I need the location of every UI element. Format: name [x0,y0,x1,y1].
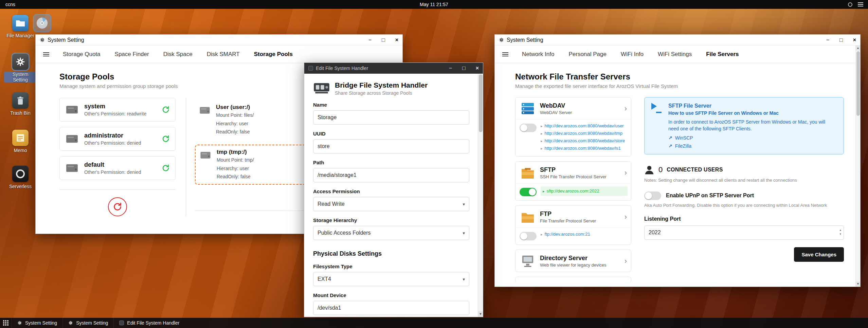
client-link-filezilla[interactable]: FileZilla [675,143,691,149]
uuid-input[interactable] [313,139,469,153]
client-link-winscp[interactable]: WinSCP [675,135,693,141]
webdav-toggle[interactable] [520,124,537,132]
name-input[interactable] [313,110,469,125]
gear-icon [40,37,45,42]
storage-hierarchy-select[interactable]: Public Access Folders ▾ [313,226,469,240]
app-launcher-button[interactable] [0,318,12,328]
ftp-link[interactable]: ftp://dev.arozos.com:21 [545,232,590,237]
taskbar: System Setting System Setting Edit File … [0,318,868,328]
handler-subtitle: Share Storage across Storage Pools [335,90,428,96]
tab-wifi-info[interactable]: WiFi Info [615,48,650,61]
webdav-link[interactable]: http://dev.arozos.com:8080/webdav/ls1 [545,146,621,151]
scroll-up-icon[interactable]: ▲ [856,45,860,51]
path-label: Path [313,160,469,165]
titlebar[interactable]: System Setting − □ × [36,35,402,45]
chevron-right-icon[interactable]: › [625,104,627,113]
tab-file-servers[interactable]: File Servers [700,48,745,61]
menu-icon[interactable] [858,1,863,7]
scrollbar[interactable]: ▲ ▼ [855,45,860,287]
save-changes-button[interactable]: Save Changes [794,247,844,262]
minimize-button[interactable]: − [826,37,829,43]
minimize-button[interactable]: − [449,66,452,71]
maximize-button[interactable]: □ [462,66,466,71]
tab-network-info[interactable]: Network Info [516,48,560,61]
desktop-icon-trash-bin[interactable]: Trash Bin [4,92,37,116]
tab-disk-smart[interactable]: Disk SMART [201,48,246,61]
refresh-pools-button[interactable] [108,197,127,216]
task-item-edit-fs-handler[interactable]: Edit File System Handler [113,318,185,328]
filesystem-type-label: Filesystem Type [313,263,469,269]
bridge-handler-icon [313,81,330,94]
task-item-label: Edit File System Handler [127,320,179,326]
desktop-icon-system-setting[interactable]: System Setting [4,54,37,83]
sftp-toggle[interactable] [520,188,537,196]
tab-space-finder[interactable]: Space Finder [109,48,155,61]
tab-disk-space[interactable]: Disk Space [157,48,199,61]
handler-title: Bridge File System Handler [335,81,428,89]
upnp-toggle[interactable] [644,192,661,200]
menu-icon[interactable] [502,51,508,57]
desktop-icon-memo[interactable]: Memo [4,130,37,153]
scroll-down-icon[interactable]: ▼ [856,281,860,287]
server-card-webdav[interactable]: WebDAV WebDAV Server › ▸http://dev.arozo… [515,97,631,157]
storage-pool-item[interactable]: administrator Other's Permission: denied [59,127,176,151]
scroll-thumb[interactable] [479,74,483,132]
scroll-thumb[interactable] [856,51,860,116]
gear-icon [12,54,29,70]
task-item-system-setting-1[interactable]: System Setting [12,318,62,328]
server-card-sftp[interactable]: SFTP SSH File Transfer Protocol Server ›… [515,161,631,201]
titlebar[interactable]: System Setting − □ × [495,35,860,45]
close-button[interactable]: × [395,37,398,43]
trash-icon [12,92,29,109]
filesystem-type-select[interactable]: EXT4 ▾ [313,272,469,286]
desktop-icon-label: Memo [4,148,37,153]
tab-wifi-settings[interactable]: WiFi Settings [652,48,698,61]
sync-icon[interactable] [162,106,170,114]
server-card-ftp[interactable]: FTP File Transfer Protocol Server › ▸ftp… [515,205,631,245]
chevron-right-icon[interactable]: › [625,257,627,266]
clock-label: May 11 21:57 [420,2,448,7]
listening-port-input[interactable] [644,225,844,240]
webdav-link[interactable]: http://dev.arozos.com:8080/webdav/user [545,123,624,128]
scroll-down-icon[interactable]: ▼ [478,311,483,317]
tab-storage-pools[interactable]: Storage Pools [248,48,299,61]
file-manager-icon [12,15,29,31]
storage-pool-item[interactable]: system Other's Permission: readwrite [59,98,176,122]
path-input[interactable] [313,168,469,182]
mount-device-input[interactable] [313,301,469,315]
server-card-directory[interactable]: Directory Server Web file viewer for leg… [515,250,631,272]
chevron-right-icon[interactable]: › [625,213,627,221]
webdav-link[interactable]: http://dev.arozos.com:8080/webdav/tmp [545,131,623,136]
chevron-right-icon[interactable]: › [625,168,627,177]
close-button[interactable]: × [476,66,479,71]
tab-personal-page[interactable]: Personal Page [562,48,613,61]
storage-pool-item[interactable]: default Other's Permission: denied [59,156,176,180]
sftp-link[interactable]: sftp://dev.arozos.com:2022 [547,188,599,194]
info-subtitle: How to use SFTP File Server on Windows o… [668,110,837,116]
ftp-toggle[interactable] [520,232,537,240]
sync-icon[interactable] [162,164,170,172]
storage-pool-list: system Other's Permission: readwrite adm… [59,98,186,216]
titlebar[interactable]: Edit File System Handler − □ × [304,63,483,74]
name-label: Name [313,102,469,108]
access-permission-select[interactable]: Read Write ▾ [313,197,469,211]
maximize-button[interactable]: □ [382,37,385,43]
sync-icon[interactable] [162,135,170,143]
webdav-link[interactable]: http://dev.arozos.com:8080/webdav/store [545,138,625,143]
number-spinner[interactable]: ▴▾ [839,228,841,236]
minimize-button[interactable]: − [368,37,372,43]
tab-storage-quota[interactable]: Storage Quota [57,48,107,61]
tab-bar: Network Info Personal Page WiFi Info WiF… [495,45,860,63]
link-marker-icon: ▸ [541,124,543,128]
scrollbar[interactable]: ▼ [478,74,483,317]
menu-icon[interactable] [43,51,49,57]
pool-permission: Other's Permission: denied [84,169,156,175]
status-spinner-icon[interactable] [848,2,852,7]
desktop-icon-serverless[interactable]: Serverless [4,166,37,189]
pool-name: system [84,103,156,110]
close-button[interactable]: × [853,37,856,43]
directory-server-icon [520,255,535,268]
pool-permission: Other's Permission: readwrite [84,111,156,116]
maximize-button[interactable]: □ [839,37,843,43]
task-item-system-setting-2[interactable]: System Setting [62,318,113,328]
